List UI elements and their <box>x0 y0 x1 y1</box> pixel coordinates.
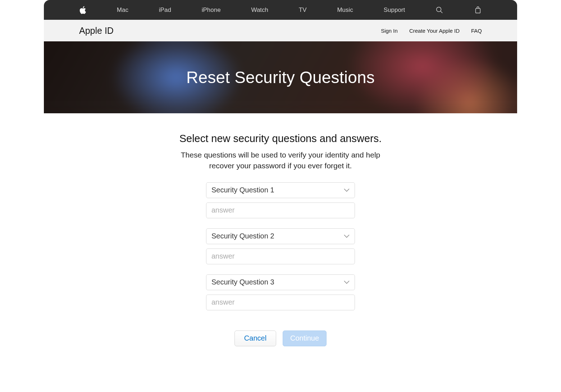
content-area: Select new security questions and answer… <box>44 113 517 361</box>
security-question-2-label: Security Question 2 <box>206 232 339 240</box>
continue-button[interactable]: Continue <box>283 331 327 346</box>
bag-icon[interactable] <box>474 6 482 14</box>
sub-nav: Apple ID Sign In Create Your Apple ID FA… <box>44 20 517 41</box>
question-group-3: Security Question 3 <box>206 274 355 310</box>
subnav-create-apple-id[interactable]: Create Your Apple ID <box>409 28 460 34</box>
security-question-1-label: Security Question 1 <box>206 186 339 194</box>
svg-line-1 <box>441 11 443 13</box>
nav-tv[interactable]: TV <box>299 6 307 14</box>
svg-point-0 <box>437 7 441 12</box>
hero-title: Reset Security Questions <box>186 68 375 87</box>
security-question-3-label: Security Question 3 <box>206 278 339 286</box>
security-questions-form: Security Question 1 Security Question 2 <box>206 182 355 310</box>
cancel-button[interactable]: Cancel <box>234 331 276 346</box>
content-heading: Select new security questions and answer… <box>44 133 517 145</box>
question-group-2: Security Question 2 <box>206 228 355 264</box>
security-question-2-select[interactable]: Security Question 2 <box>206 228 355 244</box>
security-question-3-select[interactable]: Security Question 3 <box>206 274 355 290</box>
button-row: Cancel Continue <box>44 331 517 346</box>
security-answer-1-wrap <box>206 202 355 218</box>
security-answer-2-input[interactable] <box>206 249 355 264</box>
nav-watch[interactable]: Watch <box>251 6 268 14</box>
search-icon[interactable] <box>435 6 443 14</box>
subnav-sign-in[interactable]: Sign In <box>381 28 398 34</box>
chevron-down-icon <box>339 188 355 192</box>
nav-iphone[interactable]: iPhone <box>202 6 221 14</box>
question-group-1: Security Question 1 <box>206 182 355 218</box>
svg-rect-2 <box>476 8 480 13</box>
subnav-faq[interactable]: FAQ <box>471 28 482 34</box>
sub-nav-title: Apple ID <box>79 26 114 36</box>
security-answer-1-input[interactable] <box>206 203 355 218</box>
apple-logo-icon[interactable] <box>79 6 86 14</box>
nav-support[interactable]: Support <box>384 6 405 14</box>
security-answer-3-wrap <box>206 295 355 310</box>
chevron-down-icon <box>339 281 355 284</box>
hero-banner: Reset Security Questions <box>44 41 517 113</box>
global-nav: Mac iPad iPhone Watch TV Music Support <box>44 0 517 20</box>
content-subheading: These questions will be used to verify y… <box>180 150 381 172</box>
sub-nav-links: Sign In Create Your Apple ID FAQ <box>381 28 482 34</box>
security-answer-3-input[interactable] <box>206 295 355 310</box>
nav-mac[interactable]: Mac <box>117 6 128 14</box>
security-question-1-select[interactable]: Security Question 1 <box>206 182 355 198</box>
nav-music[interactable]: Music <box>337 6 353 14</box>
nav-ipad[interactable]: iPad <box>159 6 171 14</box>
security-answer-2-wrap <box>206 249 355 264</box>
chevron-down-icon <box>339 234 355 238</box>
